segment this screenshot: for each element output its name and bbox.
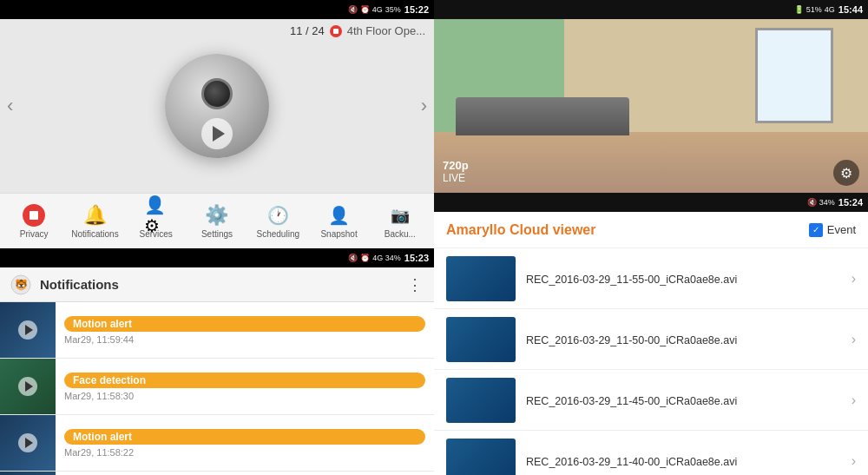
cloud-viewer-header: Amaryllo Cloud viewer ✓ Event bbox=[434, 212, 868, 248]
nav-next-button[interactable]: › bbox=[421, 95, 427, 117]
rec-filename-2: REC_2016-03-29_11-45-00_iCRa0ae8e.avi bbox=[526, 395, 737, 407]
camera-view: 11 / 24 4th Floor Ope... ‹ › bbox=[0, 19, 434, 193]
checkbox-check-icon: ✓ bbox=[812, 225, 819, 234]
room-window bbox=[755, 28, 833, 123]
notif-content-4: Motion alert Mar29, 11:57:00 bbox=[56, 472, 434, 475]
stop-icon bbox=[330, 25, 342, 37]
rec-info-3: REC_2016-03-29_11-40-00_iCRa0ae8e.avi bbox=[526, 453, 841, 469]
left-panel: 🔇 ⏰ 4G 35% 15:22 11 / 24 4th Floor Ope..… bbox=[0, 0, 434, 475]
event-checkbox-box: ✓ bbox=[809, 223, 823, 237]
toolbar-snapshot[interactable]: 👤 Snapshot bbox=[308, 203, 369, 239]
recording-item-2[interactable]: REC_2016-03-29_11-45-00_iCRa0ae8e.avi › bbox=[434, 370, 868, 431]
mute-r2-icon: 🔇 bbox=[807, 198, 817, 207]
alarm-icon: ⏰ bbox=[360, 5, 370, 14]
status-bar-2-right: 🔇 34% 15:24 bbox=[434, 193, 868, 212]
camera-header: 11 / 24 4th Floor Ope... bbox=[290, 24, 425, 37]
recording-item-0[interactable]: REC_2016-03-29_11-55-00_iCRa0ae8e.avi › bbox=[434, 248, 868, 309]
notif-thumb-2 bbox=[0, 359, 56, 414]
svg-text:🐯: 🐯 bbox=[15, 278, 28, 291]
nav-prev-button[interactable]: ‹ bbox=[7, 95, 13, 117]
notification-item-3[interactable]: Motion alert Mar29, 11:58:22 bbox=[0, 415, 434, 472]
signal-icon: 4G bbox=[372, 5, 383, 14]
notif-content-3: Motion alert Mar29, 11:58:22 bbox=[56, 415, 434, 471]
motion-alert-badge-1: Motion alert bbox=[64, 316, 425, 332]
settings-label: Settings bbox=[201, 229, 233, 239]
backup-label: Backu... bbox=[385, 229, 416, 239]
toolbar-scheduling[interactable]: 🕐 Scheduling bbox=[247, 203, 308, 239]
cloud-viewer-title: Amaryllo Cloud viewer bbox=[446, 222, 809, 238]
rec-arrow-0: › bbox=[852, 271, 856, 287]
status-icons-right: 🔋 51% 4G bbox=[794, 5, 835, 14]
time-left-1: 15:22 bbox=[404, 4, 429, 15]
toolbar-services[interactable]: 👤⚙ Services bbox=[126, 203, 187, 239]
face-detection-badge: Face detection bbox=[64, 373, 425, 388]
notif-thumb-3 bbox=[0, 415, 56, 471]
status-icons-left: 🔇 ⏰ 4G 35% bbox=[348, 5, 401, 14]
thumb-play-3 bbox=[18, 433, 37, 452]
rec-arrow-1: › bbox=[852, 332, 856, 347]
toolbar-privacy[interactable]: Privacy bbox=[3, 203, 64, 239]
time-right-1: 15:44 bbox=[838, 4, 863, 15]
rec-info-0: REC_2016-03-29_11-55-00_iCRa0ae8e.avi bbox=[526, 271, 841, 287]
snapshot-label: Snapshot bbox=[320, 229, 357, 239]
live-status-label: LIVE bbox=[443, 172, 469, 184]
app-logo: 🐯 bbox=[10, 274, 31, 295]
notifications-menu-button[interactable]: ⋮ bbox=[407, 275, 424, 294]
rec-arrow-2: › bbox=[852, 393, 856, 408]
toolbar-notifications[interactable]: 🔔 Notifications bbox=[64, 203, 125, 239]
event-checkbox-label: Event bbox=[827, 223, 856, 236]
recording-item-3[interactable]: REC_2016-03-29_11-40-00_iCRa0ae8e.avi › bbox=[434, 431, 868, 475]
status-icons-r2: 🔇 34% bbox=[807, 198, 835, 207]
rec-filename-3: REC_2016-03-29_11-40-00_iCRa0ae8e.avi bbox=[526, 456, 737, 468]
room-floor bbox=[434, 132, 868, 193]
rec-thumb-scene-0 bbox=[446, 256, 516, 301]
camera-lens bbox=[201, 78, 233, 109]
recording-item-1[interactable]: REC_2016-03-29_11-50-00_iCRa0ae8e.avi › bbox=[434, 309, 868, 370]
notif-content-2: Face detection Mar29, 11:58:30 bbox=[56, 359, 434, 414]
bell-icon: 🔔 bbox=[82, 203, 107, 228]
rec-thumb-scene-3 bbox=[446, 439, 516, 476]
time-right-2: 15:24 bbox=[838, 197, 863, 208]
toolbar-settings[interactable]: ⚙️ Settings bbox=[187, 203, 247, 239]
camera-counter: 11 / 24 bbox=[290, 24, 325, 37]
battery-r2-icon: 34% bbox=[819, 198, 835, 207]
notifications-title: Notifications bbox=[40, 277, 398, 292]
thumb-overlay-3 bbox=[0, 415, 56, 471]
toolbar: Privacy 🔔 Notifications 👤⚙ Services ⚙️ S… bbox=[0, 193, 434, 248]
notif-time-3: Mar29, 11:58:22 bbox=[64, 447, 425, 458]
right-panel: 🔋 51% 4G 15:44 720p LIVE ⚙ 🔇 34% 15:24 A… bbox=[434, 0, 868, 475]
thumb-play-2 bbox=[18, 377, 37, 396]
rec-arrow-3: › bbox=[852, 453, 856, 469]
motion-alert-badge-3: Motion alert bbox=[64, 429, 425, 445]
status-bar-1-right: 🔋 51% 4G 15:44 bbox=[434, 0, 868, 19]
alarm-icon-2: ⏰ bbox=[360, 254, 370, 262]
rec-thumb-scene-2 bbox=[446, 378, 516, 423]
notifications-panel: 🐯 Notifications ⋮ Motion alert Mar29, 11… bbox=[0, 267, 434, 475]
play-button[interactable] bbox=[201, 118, 233, 149]
notification-item-4[interactable]: Motion alert Mar29, 11:57:00 bbox=[0, 472, 434, 475]
rec-thumb-1 bbox=[446, 317, 516, 362]
rec-info-1: REC_2016-03-29_11-50-00_iCRa0ae8e.avi bbox=[526, 332, 841, 347]
notifications-toolbar-label: Notifications bbox=[71, 229, 118, 239]
cloud-viewer: Amaryllo Cloud viewer ✓ Event REC_2016-0… bbox=[434, 212, 868, 475]
live-settings-button[interactable]: ⚙ bbox=[833, 160, 859, 186]
rec-thumb-3 bbox=[446, 439, 516, 476]
thumb-overlay-4 bbox=[0, 472, 56, 475]
toolbar-backup[interactable]: 📷 Backu... bbox=[370, 203, 431, 239]
settings-icon: ⚙️ bbox=[205, 203, 229, 228]
scheduling-icon: 🕐 bbox=[266, 203, 290, 228]
mute-icon-2: 🔇 bbox=[348, 254, 358, 262]
notification-item-1[interactable]: Motion alert Mar29, 11:59:44 bbox=[0, 302, 434, 359]
resolution-label: 720p bbox=[443, 159, 469, 172]
notification-item-2[interactable]: Face detection Mar29, 11:58:30 bbox=[0, 359, 434, 415]
notif-content-1: Motion alert Mar29, 11:59:44 bbox=[56, 302, 434, 358]
rec-thumb-0 bbox=[446, 256, 516, 301]
live-badge: 720p LIVE bbox=[443, 159, 469, 184]
mute-icon: 🔇 bbox=[348, 5, 358, 14]
live-view: 720p LIVE ⚙ bbox=[434, 19, 868, 193]
camera-ball bbox=[165, 54, 269, 158]
rec-filename-0: REC_2016-03-29_11-55-00_iCRa0ae8e.avi bbox=[526, 274, 737, 286]
notif-time-2: Mar29, 11:58:30 bbox=[64, 391, 425, 401]
thumb-play-1 bbox=[18, 320, 37, 340]
event-checkbox[interactable]: ✓ Event bbox=[809, 223, 856, 237]
